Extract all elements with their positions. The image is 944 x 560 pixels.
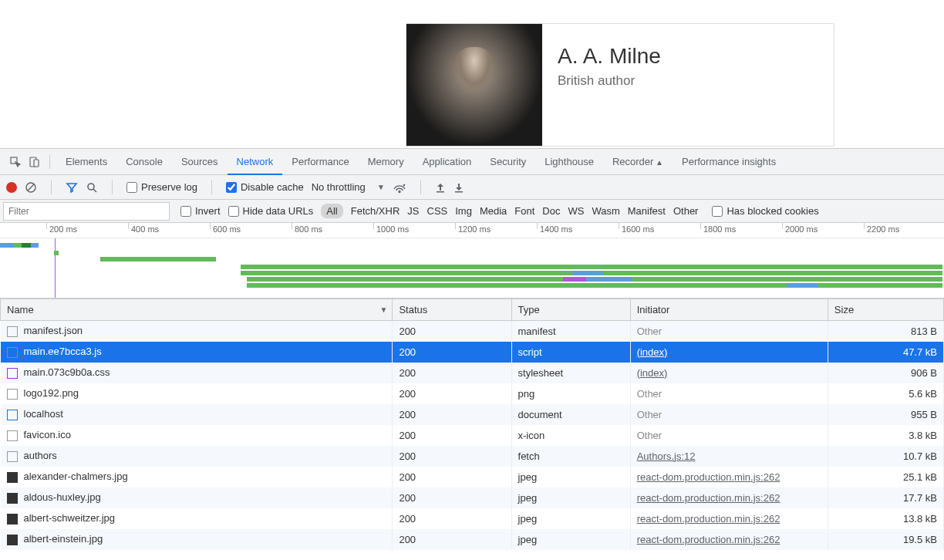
network-timeline[interactable]: 200 ms400 ms600 ms800 ms1000 ms1200 ms14… [0,223,944,299]
status-cell: 200 [393,425,511,446]
size-cell: 10.7 kB [828,446,943,467]
disable-cache-checkbox[interactable]: Disable cache [226,181,304,193]
img-file-icon [7,535,18,545]
tab-performance[interactable]: Performance [282,149,358,175]
filter-cat-all[interactable]: All [321,204,342,218]
request-name: alexander-chalmers.jpg [24,471,128,482]
initiator-cell[interactable]: react-dom.production.min.js:262 [630,529,828,550]
filter-cat-js[interactable]: JS [407,205,419,217]
table-row[interactable]: logo192.png200pngOther5.6 kB [1,383,944,404]
tab-security[interactable]: Security [480,149,535,175]
col-initiator[interactable]: Initiator [630,299,828,321]
upload-icon[interactable] [435,182,446,193]
size-cell: 25.1 kB [828,467,943,487]
throttling-label: No throttling [312,181,366,193]
tab-memory[interactable]: Memory [359,149,413,175]
invert-checkbox[interactable]: Invert [180,205,221,217]
css-file-icon [7,368,18,379]
initiator-cell[interactable]: Authors.js:12 [630,446,828,467]
filter-input[interactable] [3,202,170,221]
filter-cat-css[interactable]: CSS [427,205,448,217]
table-row[interactable]: albert-schweitzer.jpg200jpegreact-dom.pr… [1,508,944,529]
download-icon[interactable] [453,182,464,193]
hide-data-urls-label: Hide data URLs [243,205,314,217]
tab-network[interactable]: Network [228,149,283,175]
request-name: localhost [24,408,63,420]
size-cell: 5.6 kB [828,383,943,404]
table-row[interactable]: localhost200documentOther955 B [1,404,944,425]
table-row[interactable]: albert-einstein.jpg200jpegreact-dom.prod… [1,529,944,550]
size-cell: 47.7 kB [828,342,943,363]
tab-performance-insights[interactable]: Performance insights [673,149,785,175]
device-icon[interactable] [25,156,43,168]
table-row[interactable]: main.ee7bcca3.js200script(index)47.7 kB [1,342,944,363]
search-icon[interactable] [86,181,98,194]
network-conditions-icon[interactable] [393,181,406,194]
status-cell: 200 [393,467,511,487]
initiator-cell[interactable]: (index) [630,363,828,383]
status-cell: 200 [393,342,511,363]
tab-sources[interactable]: Sources [172,149,228,175]
size-cell: 3.8 kB [828,425,943,446]
initiator-cell[interactable]: react-dom.production.min.js:262 [630,467,828,487]
col-type[interactable]: Type [511,299,630,321]
filter-cat-doc[interactable]: Doc [542,205,560,217]
tab-recorder[interactable]: Recorder ▲ [603,149,673,175]
timeline-tick: 1200 ms [458,224,491,234]
request-name: authors [24,450,57,461]
table-row[interactable]: main.073c9b0a.css200stylesheet(index)906… [1,363,944,383]
tab-console[interactable]: Console [116,149,172,175]
type-cell: x-icon [511,425,630,446]
filter-cat-ws[interactable]: WS [568,205,584,217]
filter-cat-img[interactable]: Img [455,205,472,217]
status-cell: 200 [393,363,511,383]
tab-elements[interactable]: Elements [56,149,116,175]
col-name[interactable]: Name▼ [1,299,393,321]
table-row[interactable]: manifest.json200manifestOther813 B [1,321,944,342]
throttling-dropdown[interactable]: No throttling ▼ [312,181,385,193]
filter-cat-other[interactable]: Other [673,205,699,217]
has-blocked-checkbox[interactable]: Has blocked cookies [712,205,818,217]
disable-cache-label: Disable cache [241,181,304,193]
timeline-tick: 1000 ms [376,224,409,234]
initiator-cell[interactable]: react-dom.production.min.js:262 [630,487,828,508]
size-cell: 19.5 kB [828,529,943,550]
filter-cat-wasm[interactable]: Wasm [592,205,619,217]
filter-icon[interactable] [66,181,78,194]
preserve-log-label: Preserve log [141,181,197,193]
page-content: A. A. Milne British author [0,0,944,148]
filter-cat-font[interactable]: Font [514,205,534,217]
svg-rect-6 [437,191,444,193]
wf-bar [14,243,22,248]
author-card[interactable]: A. A. Milne British author [406,23,834,147]
inspect-icon[interactable] [6,156,25,168]
tab-lighthouse[interactable]: Lighthouse [535,149,603,175]
hide-data-urls-checkbox[interactable]: Hide data URLs [228,205,314,217]
filter-cat-media[interactable]: Media [480,205,507,217]
table-row[interactable]: authors200fetchAuthors.js:1210.7 kB [1,446,944,467]
type-cell: manifest [511,321,630,342]
doc-file-icon [7,430,18,441]
timeline-tick: 1800 ms [703,224,736,234]
table-row[interactable]: favicon.ico200x-iconOther3.8 kB [1,425,944,446]
tab-application[interactable]: Application [413,149,481,175]
initiator-cell[interactable]: react-dom.production.min.js:262 [630,508,828,529]
filter-cat-manifest[interactable]: Manifest [628,205,666,217]
table-row[interactable]: aldous-huxley.jpg200jpegreact-dom.produc… [1,487,944,508]
type-cell: fetch [511,446,630,467]
preserve-log-checkbox[interactable]: Preserve log [126,181,197,193]
record-button[interactable] [6,182,17,193]
filter-bar: Invert Hide data URLs AllFetch/XHRJSCSSI… [0,200,944,223]
table-row[interactable]: alexander-chalmers.jpg200jpegreact-dom.p… [1,467,944,487]
request-name: favicon.ico [24,429,71,440]
request-name: albert-schweitzer.jpg [24,512,116,524]
author-photo [406,24,542,146]
size-cell: 13.8 kB [828,508,943,529]
col-status[interactable]: Status [393,299,511,321]
clear-icon[interactable] [25,181,37,194]
initiator-cell[interactable]: (index) [630,342,828,363]
timeline-tick: 400 ms [131,224,159,234]
status-cell: 200 [393,404,511,425]
filter-cat-fetchxhr[interactable]: Fetch/XHR [351,205,400,217]
col-size[interactable]: Size [828,299,943,321]
